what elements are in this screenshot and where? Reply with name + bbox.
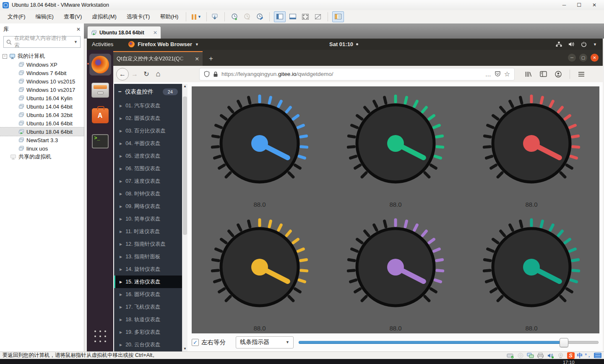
hdd-icon[interactable] — [507, 352, 514, 359]
dock-item-firefox[interactable] — [89, 54, 111, 75]
sidebar-item[interactable]: ▶12. 指南针仪表盘 — [114, 238, 182, 250]
forward-button[interactable]: → — [129, 68, 141, 80]
sidebar-item[interactable]: ▶02. 圆弧仪表盘 — [114, 112, 182, 125]
ime-punctuation-icon[interactable]: °， — [585, 352, 591, 359]
search-dropdown-icon[interactable]: ▼ — [74, 40, 78, 44]
vm-tree-item[interactable]: Ubuntu 16.04 Kylin — [0, 94, 84, 102]
sidebar-item[interactable]: ▶10. 简单仪表盘 — [114, 213, 182, 225]
vm-power-pause-button[interactable]: ▼ — [189, 12, 204, 22]
app-menu[interactable]: Firefox Web Browser ▼ — [128, 41, 199, 47]
library-toggle-button[interactable] — [332, 11, 344, 22]
scroll-up-icon[interactable]: ▲ — [182, 84, 187, 89]
gauge-widget[interactable]: 88.0 — [463, 210, 599, 334]
autofit-guest-button[interactable] — [312, 12, 323, 22]
sogou-input-icon[interactable]: S — [567, 352, 575, 359]
snapshot-take-button[interactable] — [229, 12, 240, 22]
fullscreen-button[interactable] — [300, 12, 311, 22]
back-button[interactable]: ← — [116, 68, 129, 81]
menu-item[interactable]: 查看(V) — [59, 11, 87, 22]
system-status-area[interactable]: ▼ — [556, 42, 603, 47]
tree-root-my-computer[interactable]: −我的计算机 — [0, 52, 84, 60]
library-icon[interactable] — [525, 71, 532, 78]
browser-tab[interactable]: Qt自定义控件大全V2021(QC ✕ — [113, 51, 203, 66]
close-button[interactable]: ✕ — [592, 2, 596, 8]
sidebar-group-header[interactable]: − 仪表盘控件 24 — [114, 84, 182, 99]
gauge-widget[interactable]: 88.0 — [328, 210, 463, 334]
vm-tree-item[interactable]: linux uos — [0, 144, 84, 153]
dock-item-terminal[interactable]: >_ — [89, 130, 111, 152]
activities-button[interactable]: Activities — [92, 41, 113, 47]
dock-item-files[interactable] — [89, 79, 111, 101]
checkbox[interactable]: ✓ — [192, 339, 199, 346]
unity-view-button[interactable] — [287, 12, 298, 22]
vm-tree-item[interactable]: Ubuntu 14.04 64bit — [0, 102, 84, 111]
indicator-style-select[interactable]: 线条指示器 ▼ — [236, 336, 294, 348]
dock-item-ubuntu-software[interactable]: A — [89, 105, 111, 127]
minimize-button[interactable]: ─ — [562, 2, 566, 8]
sidebar-item[interactable]: ▶04. 半圆仪表盘 — [114, 137, 182, 150]
sidebar-item[interactable]: ▶07. 速度仪表盘 — [114, 175, 182, 187]
sidebar-item[interactable]: ▶13. 指南针面板 — [114, 250, 182, 263]
vm-tree-item[interactable]: NewStart 3.3 — [0, 136, 84, 144]
sidebar-item[interactable]: ▶17. 飞机仪表盘 — [114, 301, 182, 313]
maximize-button[interactable]: ☐ — [577, 2, 581, 8]
library-search-input[interactable]: 在此处键入内容进行搜索 ▼ — [3, 36, 81, 48]
vm-tree-item[interactable]: Ubuntu 18.04 64bit — [0, 127, 84, 136]
menu-item[interactable]: 选项卡(T) — [122, 11, 155, 22]
sound-icon[interactable] — [547, 352, 555, 359]
vm-tree-item[interactable]: Windows XP — [0, 60, 84, 69]
library-close-icon[interactable]: ✕ — [76, 26, 81, 32]
value-slider[interactable] — [299, 338, 599, 347]
cdrom-icon[interactable] — [517, 352, 524, 359]
tab-close-icon[interactable]: ✕ — [195, 56, 199, 62]
gauge-widget[interactable]: 88.0 — [328, 86, 463, 210]
menu-item[interactable]: 虚拟机(M) — [87, 11, 122, 22]
firefox-maximize-button[interactable]: ▢ — [579, 54, 587, 62]
page-actions-icon[interactable]: … — [485, 71, 491, 78]
sidebar-item[interactable]: ▶03. 百分比仪表盘 — [114, 125, 182, 137]
url-bar[interactable]: https://feiyangqingyun.gitee.io/qwidgetd… — [199, 68, 515, 81]
scroll-down-icon[interactable]: ▼ — [182, 346, 187, 351]
sidebar-item[interactable]: ▶06. 范围仪表盘 — [114, 162, 182, 175]
gauge-widget[interactable]: 88.0 — [192, 210, 328, 334]
send-to-guest-button[interactable] — [209, 12, 220, 22]
menu-item[interactable]: 编辑(E) — [31, 11, 59, 22]
network-adapter-icon[interactable] — [527, 352, 534, 359]
bookmark-star-icon[interactable]: ☆ — [504, 70, 510, 78]
tree-expander[interactable]: − — [3, 54, 7, 59]
menu-item[interactable]: 文件(F) — [3, 11, 31, 22]
firefox-close-button[interactable]: ✕ — [591, 54, 599, 62]
console-panel-button[interactable] — [274, 11, 286, 22]
hamburger-menu-icon[interactable] — [578, 71, 585, 77]
sidebar-item-selected[interactable]: ▶15. 迷你仪表盘 — [114, 276, 182, 288]
account-icon[interactable] — [555, 71, 562, 78]
clock-button[interactable]: Sat 01:10 — [329, 41, 358, 47]
sidebar-item[interactable]: ▶01. 汽车仪表盘 — [114, 99, 182, 112]
vm-tree-item[interactable]: Windows 10 vs2017 — [0, 86, 84, 94]
reload-button[interactable]: ↻ — [141, 68, 152, 80]
vm-tree-item[interactable]: Ubuntu 16.04 32bit — [0, 111, 84, 119]
new-tab-button[interactable]: + — [209, 55, 213, 62]
ime-keyboard-icon[interactable] — [594, 353, 601, 358]
show-applications-button[interactable] — [93, 329, 108, 344]
pocket-icon[interactable] — [495, 71, 501, 77]
menu-item[interactable]: 帮助(H) — [155, 11, 183, 22]
sidebar-item[interactable]: ▶20. 云台仪表盘 — [114, 338, 182, 351]
sidebar-item[interactable]: ▶16. 圆环仪表盘 — [114, 288, 182, 301]
sidebar-item[interactable]: ▶11. 时速仪表盘 — [114, 225, 182, 238]
vm-tree-item[interactable]: Windows 10 vs2015 — [0, 77, 84, 86]
slider-handle[interactable] — [560, 338, 568, 347]
snapshot-revert-button[interactable] — [242, 12, 253, 22]
gauge-widget[interactable]: 88.0 — [463, 86, 599, 210]
sidebar-item[interactable]: ▶19. 多彩仪表盘 — [114, 326, 182, 338]
sidebar-item[interactable]: ▶09. 网络仪表盘 — [114, 200, 182, 213]
gauge-widget[interactable]: 88.0 — [192, 86, 328, 210]
sidebar-item[interactable]: ▶18. 轨道仪表盘 — [114, 313, 182, 326]
snapshot-manager-button[interactable] — [254, 12, 265, 22]
printer-icon[interactable] — [537, 352, 544, 359]
ime-language-icon[interactable]: 中 — [577, 352, 583, 359]
sidebar-item[interactable]: ▶08. 时钟仪表盘 — [114, 187, 182, 200]
home-button[interactable]: ⌂ — [152, 68, 164, 80]
webcam-icon[interactable] — [557, 352, 565, 359]
vm-tab[interactable]: Ubuntu 18.04 64bit ✕ — [87, 26, 161, 39]
